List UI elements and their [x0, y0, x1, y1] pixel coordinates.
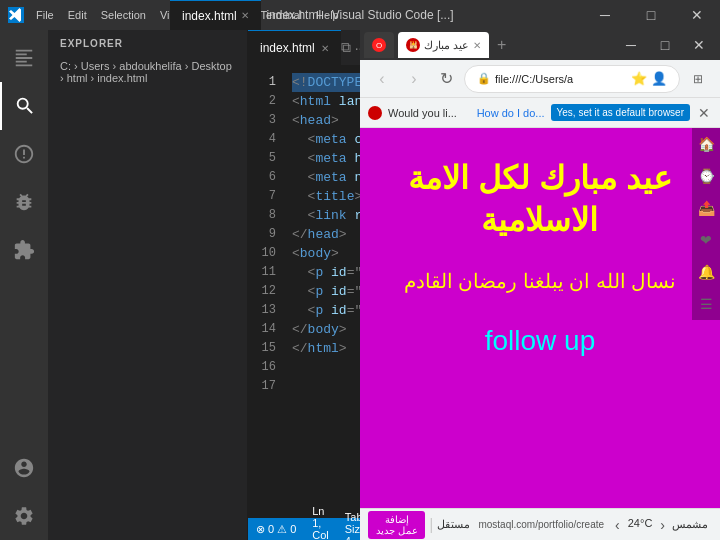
english-follow-text: follow up: [485, 325, 596, 357]
bs-menu-icon[interactable]: ☰: [692, 288, 720, 320]
address-icons: ⭐ 👤: [631, 71, 667, 86]
code-line: <link rel="stylesheet" href="style.css">: [292, 206, 360, 225]
browser-tab-close[interactable]: ✕: [473, 40, 481, 51]
code-content[interactable]: <!DOCTYPE html> <html lang="en"> <head> …: [284, 65, 360, 518]
bs-heart-icon[interactable]: ❤: [692, 224, 720, 256]
opera-favicon: O: [372, 38, 386, 52]
weather-fwd-icon[interactable]: ›: [657, 517, 668, 533]
bs-notification-icon[interactable]: 🔔: [692, 256, 720, 288]
browser-nav: ‹ › ↻ 🔒 file:///C:/Users/a ⭐ 👤 ⊞: [360, 60, 720, 98]
minimize-button[interactable]: ─: [582, 0, 628, 30]
status-bar: ⊗ 0 ⚠ 0 Ln 1, Col 1 Tab Size: 4 UTF-8 CR…: [248, 518, 360, 540]
arabic-main-text: عيد مبارك لكل الامة الاسلامية: [408, 158, 672, 241]
window-close-button[interactable]: ✕: [674, 0, 720, 30]
editor-tab-index[interactable]: index.html ✕: [248, 30, 341, 65]
weather-nav: ‹ 24°C ›: [612, 517, 668, 533]
code-line: <title>عيد مبارك</title>: [292, 187, 360, 206]
city-text: مشمس: [672, 518, 708, 531]
code-line: <!DOCTYPE html>: [292, 73, 360, 92]
browser-bottom-bar: إضافة عمل جديد | مستقل mostaql.com/portf…: [360, 508, 720, 540]
window-tab-bar: index.html ✕: [170, 0, 261, 30]
main-area: Explorer C: › Users › abdoukhelifa › Des…: [0, 30, 720, 540]
refresh-button[interactable]: ↻: [432, 65, 460, 93]
activity-git[interactable]: [0, 130, 48, 178]
page-favicon: 🕌: [406, 38, 420, 52]
code-editor[interactable]: 1 2345 6789 10111213 14151617 <!DOCTYPE …: [248, 65, 360, 518]
activity-account[interactable]: [0, 444, 48, 492]
code-line: <meta name="viewport" content="width=dev: [292, 168, 360, 187]
browser-content: 🏠 ⌚ 📤 ❤ 🔔 ☰ عيد مبارك لكل الامة الاسلامي…: [360, 128, 720, 508]
editor-area: index.html ✕ ⧉ ··· 1 2345 6789 10111213 …: [248, 30, 360, 540]
profile-icon[interactable]: 👤: [651, 71, 667, 86]
code-line: [292, 377, 360, 396]
browser-tab-label: عيد مبارك: [424, 39, 469, 52]
editor-tab-label: index.html: [260, 41, 315, 55]
activity-bar: [0, 30, 48, 540]
editor-tab-bar: index.html ✕ ⧉ ···: [248, 30, 360, 65]
window-controls: ─ □ ✕: [582, 0, 720, 30]
status-left: ⊗ 0 ⚠ 0 Ln 1, Col 1 Tab Size: 4 UTF-8 CR…: [248, 518, 360, 540]
status-errors[interactable]: ⊗ 0 ⚠ 0: [248, 518, 304, 540]
code-line: </body>: [292, 320, 360, 339]
notif-link[interactable]: How do I do...: [477, 107, 545, 119]
menu-edit[interactable]: Edit: [62, 9, 93, 21]
new-tab-button[interactable]: +: [493, 36, 510, 54]
bs-home-icon[interactable]: 🏠: [692, 128, 720, 160]
activity-settings[interactable]: [0, 492, 48, 540]
window-tab-label: index.html: [182, 9, 237, 23]
set-default-button[interactable]: Yes, set it as default browser: [551, 104, 690, 121]
browser-panel: O 🕌 عيد مبارك ✕ + ─ □ ✕ ‹ › ↻ 🔒 file:///…: [360, 30, 720, 540]
forward-button[interactable]: ›: [400, 65, 428, 93]
activity-extensions[interactable]: [0, 226, 48, 274]
weather-back-icon[interactable]: ‹: [612, 517, 623, 533]
temp-text: 24°C: [625, 517, 656, 533]
browser-minimize[interactable]: ─: [614, 30, 648, 60]
extensions-button[interactable]: ⊞: [684, 65, 712, 93]
browser-maximize[interactable]: □: [648, 30, 682, 60]
bs-history-icon[interactable]: ⌚: [692, 160, 720, 192]
url-text: mostaql.com/portfolio/create: [478, 519, 604, 530]
browser-close[interactable]: ✕: [682, 30, 716, 60]
bs-share-icon[interactable]: 📤: [692, 192, 720, 224]
bookmark-icon[interactable]: ⭐: [631, 71, 647, 86]
breadcrumb: C: › Users › abdoukhelifa › Desktop › ht…: [48, 57, 247, 87]
browser-title-bar: O 🕌 عيد مبارك ✕ + ─ □ ✕: [360, 30, 720, 60]
warning-icon: ⚠: [277, 523, 287, 536]
sidebar: Explorer C: › Users › abdoukhelifa › Des…: [48, 30, 248, 540]
activity-debug[interactable]: [0, 178, 48, 226]
code-line: <head>: [292, 111, 360, 130]
editor-tab-close[interactable]: ✕: [321, 43, 329, 54]
window-tab-index[interactable]: index.html ✕: [170, 0, 261, 30]
window-tab-close[interactable]: ✕: [241, 10, 249, 21]
code-line: <p id="p2">نسال الله ان يبلغنا رمضان الق…: [292, 282, 360, 301]
back-button[interactable]: ‹: [368, 65, 396, 93]
code-line: </html>: [292, 339, 360, 358]
vscode-icon: [8, 7, 24, 23]
status-position[interactable]: Ln 1, Col 1: [304, 518, 337, 540]
notif-close[interactable]: ✕: [696, 105, 712, 121]
browser-sidebar: 🏠 ⌚ 📤 ❤ 🔔 ☰: [692, 128, 720, 320]
editor-tab-actions: ⧉ ···: [341, 39, 360, 56]
code-line: <p id="p1">عيد مبارك لكل الامة الاسلامية: [292, 263, 360, 282]
activity-explorer[interactable]: [0, 34, 48, 82]
browser-notification: Would you li... How do I do... Yes, set …: [360, 98, 720, 128]
notif-favicon: [368, 106, 382, 120]
menu-file[interactable]: File: [30, 9, 60, 21]
freelance-link[interactable]: مستقل: [437, 518, 470, 531]
add-work-button[interactable]: إضافة عمل جديد: [368, 511, 425, 539]
activity-search[interactable]: [0, 82, 48, 130]
code-line: <p id="p3">follow up</p>: [292, 301, 360, 320]
code-line: [292, 358, 360, 377]
address-bar[interactable]: 🔒 file:///C:/Users/a ⭐ 👤: [464, 65, 680, 93]
browser-tab-empty[interactable]: O: [364, 32, 394, 58]
maximize-button[interactable]: □: [628, 0, 674, 30]
sidebar-header: Explorer: [48, 30, 247, 57]
menu-selection[interactable]: Selection: [95, 9, 152, 21]
separator: |: [429, 516, 433, 534]
breadcrumb-text: C: › Users › abdoukhelifa › Desktop › ht…: [60, 60, 235, 84]
split-editor-icon[interactable]: ⧉: [341, 39, 351, 56]
window-title: index.html - Visual Studio Code [...]: [266, 8, 453, 22]
status-tab-size[interactable]: Tab Size: 4: [337, 518, 360, 540]
browser-tab-active[interactable]: 🕌 عيد مبارك ✕: [398, 32, 489, 58]
code-line: <html lang="en">: [292, 92, 360, 111]
